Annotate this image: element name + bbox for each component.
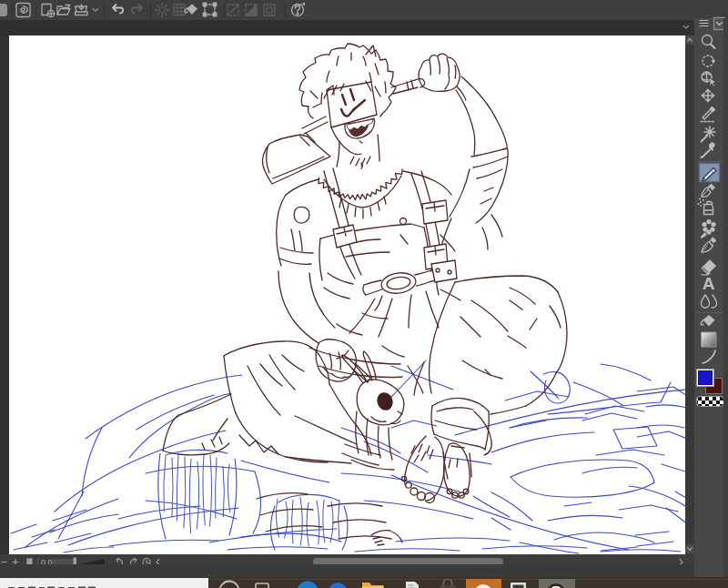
svg-text:A: A xyxy=(703,274,715,293)
